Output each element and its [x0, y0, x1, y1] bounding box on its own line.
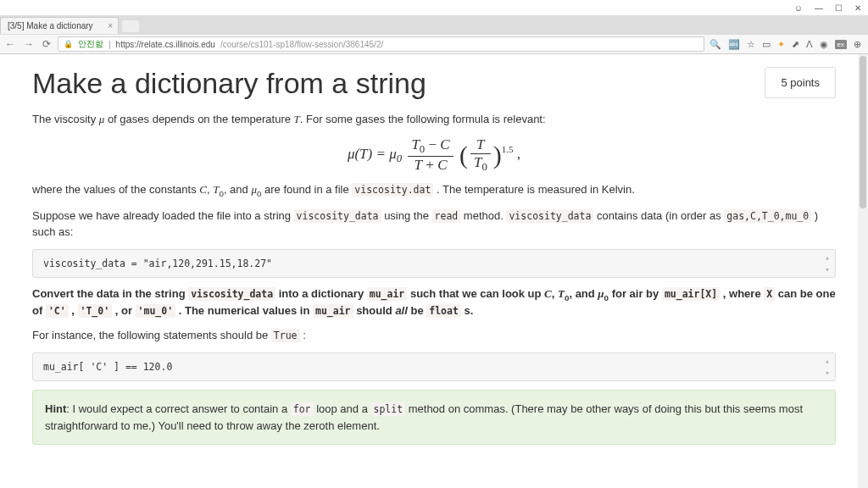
browser-tab[interactable]: [3/5] Make a dictionary × [0, 17, 119, 34]
code-block-1: viscosity_data = "air,120,291.15,18.27" … [32, 249, 836, 278]
paragraph-suppose: Suppose we have already loaded the file … [32, 208, 836, 241]
tab-title: [3/5] Make a dictionary [8, 21, 93, 30]
tab-close-icon[interactable]: × [108, 21, 113, 30]
reload-button[interactable]: ⟳ [41, 38, 53, 50]
hint-box: Hint: I would expect a correct answer to… [32, 390, 836, 445]
code-block-2: mu_air[ 'C' ] == 120.0 ▴▾ [32, 352, 836, 381]
code-scroll-indicator: ▴▾ [823, 357, 832, 377]
maximize-button[interactable]: ☐ [835, 3, 843, 13]
back-button[interactable]: ← [3, 38, 17, 50]
code-scroll-indicator: ▴▾ [823, 253, 832, 274]
forward-button[interactable]: → [22, 38, 36, 50]
secure-label: 안전함 [78, 38, 103, 50]
window-titlebar: ☺ — ☐ ✕ [0, 0, 868, 15]
close-window-button[interactable]: ✕ [854, 3, 861, 13]
lock-icon: 🔒 [64, 40, 73, 48]
toolbar-right: 🔍 🔤 ☆ ▭ ✦ ⬈ ᐱ ◉ ex ⊕ [709, 39, 865, 50]
ext-icon-4[interactable]: ᐱ [806, 39, 813, 50]
search-icon[interactable]: 🔍 [709, 39, 721, 50]
translate-icon[interactable]: 🔤 [728, 39, 740, 50]
paragraph-example: For instance, the following statements s… [32, 328, 836, 344]
ext-icon-2[interactable]: ✦ [777, 39, 785, 50]
ext-icon-7[interactable]: ⊕ [854, 39, 861, 50]
scrollbar-thumb[interactable] [860, 56, 866, 208]
address-bar[interactable]: 🔒 안전함 | https://relate.cs.illinois.edu/c… [58, 36, 704, 52]
paragraph-task: Convert the data in the string viscosity… [32, 286, 836, 320]
page-content: Make a dictionary from a string 5 points… [0, 54, 868, 488]
ext-icon-6[interactable]: ex [835, 40, 847, 49]
ext-icon-3[interactable]: ⬈ [792, 39, 799, 50]
url-path: /course/cs101-sp18/flow-session/386145/2… [220, 40, 383, 49]
page-title: Make a dictionary from a string [32, 67, 426, 100]
star-icon[interactable]: ☆ [747, 39, 755, 50]
ext-icon-5[interactable]: ◉ [820, 39, 828, 50]
points-badge: 5 points [765, 67, 836, 98]
user-icon: ☺ [794, 3, 803, 13]
paragraph-intro: The viscosity μ of gases depends on the … [32, 112, 836, 128]
paragraph-constants: where the values of the constants C, T0,… [32, 182, 836, 200]
browser-toolbar: ← → ⟳ 🔒 안전함 | https://relate.cs.illinois… [0, 34, 868, 54]
url-host: https://relate.cs.illinois.edu [116, 40, 215, 49]
tab-strip: [3/5] Make a dictionary × [0, 15, 868, 34]
minimize-button[interactable]: — [815, 3, 823, 13]
new-tab-button[interactable] [122, 20, 139, 32]
formula: μ(T) = μ0 T0 − CT + C (TT0)1.5 , [32, 136, 836, 174]
ext-icon-1[interactable]: ▭ [762, 39, 771, 50]
page-scrollbar[interactable] [858, 54, 868, 488]
